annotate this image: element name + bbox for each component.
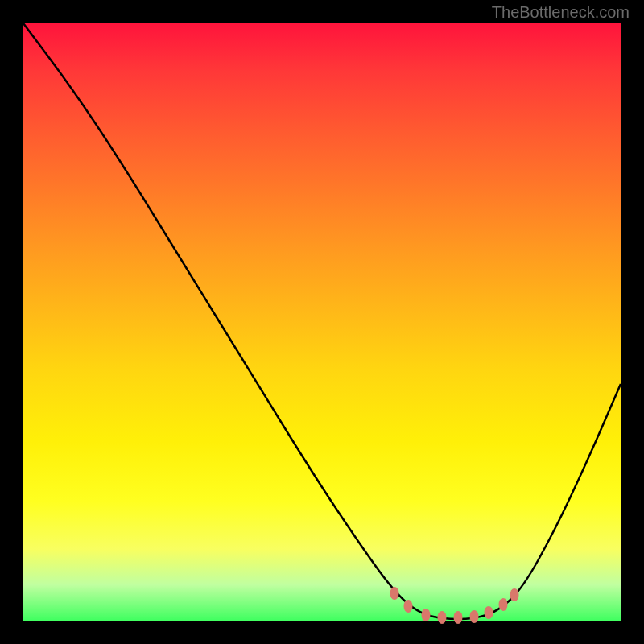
trough-marker (404, 600, 413, 613)
attribution-text: TheBottleneck.com (492, 3, 630, 22)
trough-marker (499, 598, 508, 611)
trough-marker (510, 588, 519, 601)
bottleneck-curve (23, 23, 621, 619)
curve-svg (23, 23, 621, 621)
trough-marker (485, 606, 493, 619)
trough-marker (454, 611, 463, 624)
trough-marker (438, 611, 447, 624)
chart-plot-area (23, 23, 621, 621)
trough-marker (470, 610, 479, 623)
trough-marker (422, 609, 431, 621)
trough-marker (390, 587, 399, 600)
trough-markers (390, 587, 519, 624)
